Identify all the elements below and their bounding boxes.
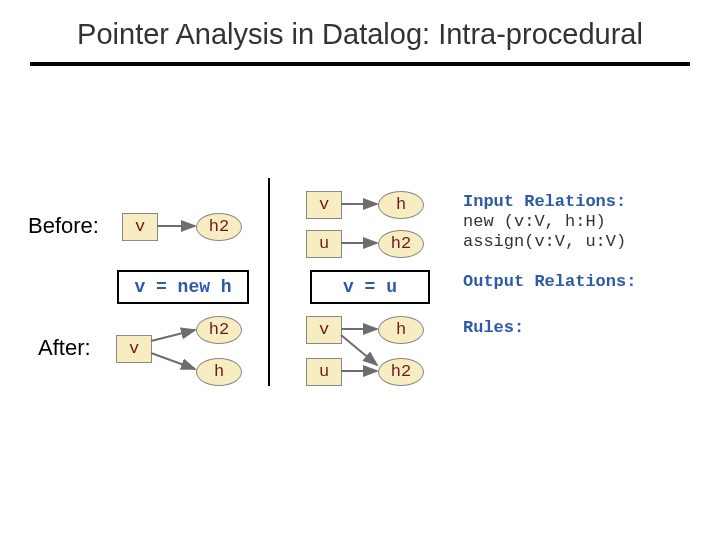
title-underline: [30, 62, 690, 66]
legend-rules-title: Rules:: [463, 318, 524, 337]
node-h-after-c2: h: [378, 316, 424, 344]
node-v-before-c2: v: [306, 191, 342, 219]
svg-line-6: [341, 335, 377, 365]
legend-output-title: Output Relations:: [463, 272, 636, 291]
legend-input-title: Input Relations:: [463, 192, 626, 211]
svg-line-2: [151, 353, 195, 369]
node-h-after-c1: h: [196, 358, 242, 386]
label-before: Before:: [28, 213, 99, 239]
stmt-box-c2: v = u: [310, 270, 430, 304]
node-h2-before-c1: h2: [196, 213, 242, 241]
legend-input-line2: assign(v:V, u:V): [463, 232, 626, 251]
stmt-box-c1: v = new h: [117, 270, 249, 304]
node-u-before-c2: u: [306, 230, 342, 258]
label-after: After:: [38, 335, 91, 361]
legend-rules: Rules:: [463, 318, 524, 338]
legend-output: Output Relations:: [463, 272, 636, 292]
legend-input-line1: new (v:V, h:H): [463, 212, 606, 231]
node-h-before-c2: h: [378, 191, 424, 219]
node-h2-after-c2: h2: [378, 358, 424, 386]
node-h2-after-c1: h2: [196, 316, 242, 344]
node-v-after-c1: v: [116, 335, 152, 363]
svg-line-1: [151, 330, 195, 341]
slide-title: Pointer Analysis in Datalog: Intra-proce…: [30, 18, 690, 51]
node-v-after-c2: v: [306, 316, 342, 344]
node-u-after-c2: u: [306, 358, 342, 386]
node-h2-before-c2: h2: [378, 230, 424, 258]
column-divider: [268, 178, 270, 386]
legend-input: Input Relations: new (v:V, h:H) assign(v…: [463, 192, 626, 252]
node-v-before-c1: v: [122, 213, 158, 241]
